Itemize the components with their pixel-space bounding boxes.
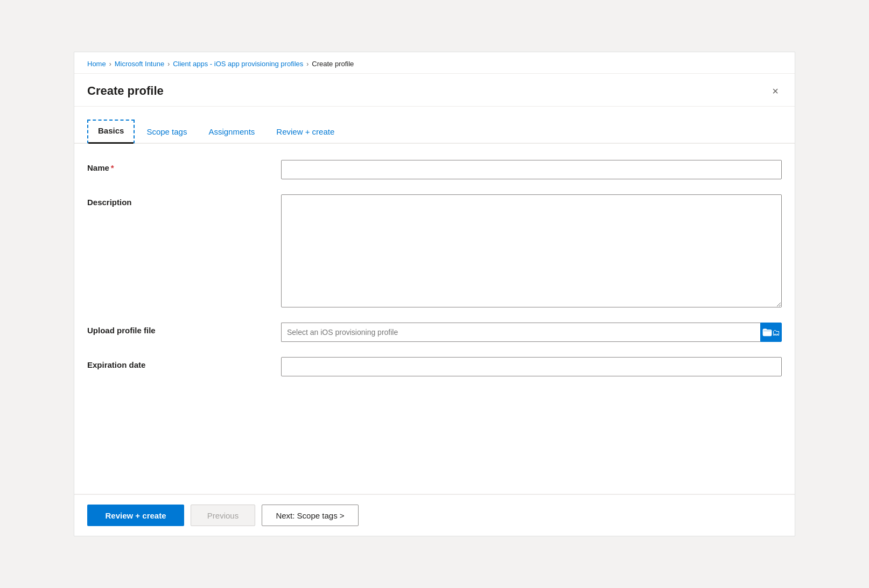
header-row: Create profile × [74, 74, 795, 107]
breadcrumb: Home › Microsoft Intune › Client apps - … [74, 52, 795, 74]
page-title: Create profile [87, 84, 164, 98]
tab-scope-tags[interactable]: Scope tags [137, 122, 197, 143]
upload-row: Upload profile file 🗂 [87, 323, 782, 342]
previous-button: Previous [191, 505, 255, 526]
breadcrumb-current: Create profile [312, 60, 354, 68]
next-button[interactable]: Next: Scope tags > [262, 505, 359, 526]
create-profile-panel: Home › Microsoft Intune › Client apps - … [74, 52, 795, 536]
name-label: Name* [87, 160, 281, 172]
tabs-row: Basics Scope tags Assignments Review + c… [74, 120, 795, 144]
upload-input[interactable] [281, 323, 760, 342]
name-input[interactable] [281, 160, 782, 179]
expiration-input[interactable] [281, 357, 782, 376]
description-row: Description [87, 194, 782, 307]
review-create-button[interactable]: Review + create [87, 505, 184, 526]
breadcrumb-sep-3: › [306, 60, 309, 68]
breadcrumb-sep-1: › [109, 60, 111, 68]
footer-bar: Review + create Previous Next: Scope tag… [74, 494, 795, 536]
upload-wrapper: 🗂 [281, 323, 782, 342]
tab-review-create[interactable]: Review + create [267, 122, 344, 143]
tab-assignments[interactable]: Assignments [199, 122, 264, 143]
expiration-row: Expiration date [87, 357, 782, 376]
breadcrumb-intune[interactable]: Microsoft Intune [115, 60, 165, 68]
form-area: Name* Description Upload profile file [74, 144, 795, 494]
tab-basics[interactable]: Basics [87, 120, 135, 144]
description-input[interactable] [281, 194, 782, 307]
expiration-label: Expiration date [87, 357, 281, 369]
upload-label: Upload profile file [87, 323, 281, 335]
name-required-star: * [111, 163, 114, 172]
breadcrumb-client-apps[interactable]: Client apps - iOS app provisioning profi… [173, 60, 303, 68]
description-label: Description [87, 194, 281, 207]
breadcrumb-home[interactable]: Home [87, 60, 106, 68]
breadcrumb-sep-2: › [167, 60, 170, 68]
close-button[interactable]: × [769, 83, 782, 99]
folder-icon [762, 327, 772, 337]
upload-icon-text: 🗂 [772, 328, 780, 337]
upload-browse-button[interactable]: 🗂 [760, 323, 782, 342]
name-row: Name* [87, 160, 782, 179]
